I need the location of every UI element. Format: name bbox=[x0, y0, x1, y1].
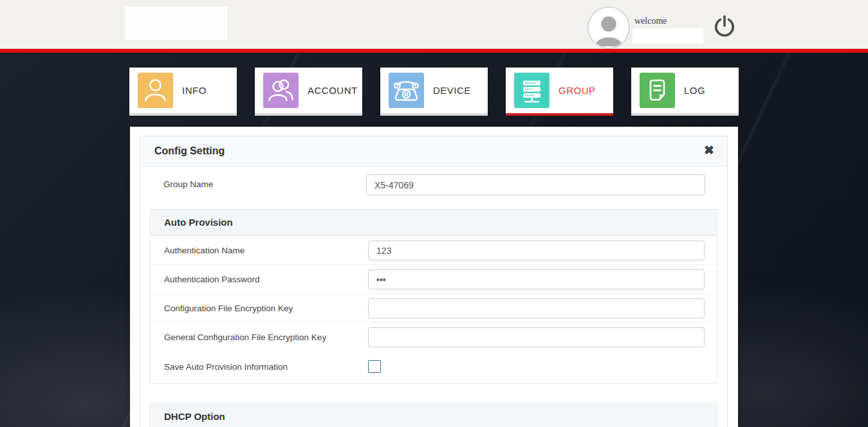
telephone-icon bbox=[389, 73, 424, 108]
user-avatar[interactable] bbox=[587, 6, 630, 49]
panel-title: Config Setting bbox=[154, 145, 225, 157]
tab-account[interactable]: ACCOUNT bbox=[255, 68, 362, 116]
config-file-key-row: Configuration File Encryption Key bbox=[151, 293, 717, 322]
server-icon bbox=[514, 73, 549, 108]
tab-log[interactable]: LOG bbox=[631, 68, 739, 116]
top-header-bar: welcome bbox=[0, 0, 868, 49]
logout-power-button[interactable] bbox=[712, 14, 737, 40]
authentication-password-input[interactable] bbox=[368, 269, 705, 289]
tab-label: INFO bbox=[182, 85, 207, 96]
document-icon bbox=[640, 73, 675, 108]
tab-group[interactable]: GROUP bbox=[506, 68, 613, 116]
tab-label: GROUP bbox=[559, 85, 596, 96]
authentication-name-label: Authentication Name bbox=[164, 246, 245, 255]
group-name-row: Group Name bbox=[140, 167, 727, 203]
section-header: Auto Provision bbox=[151, 210, 717, 235]
tab-device[interactable]: DEVICE bbox=[380, 68, 488, 116]
content-area: Config Setting ✖ Group Name Auto Provisi… bbox=[130, 127, 738, 427]
authentication-password-label: Authentication Password bbox=[164, 275, 260, 284]
dhcp-option-title: DHCP Option bbox=[164, 411, 225, 422]
users-icon bbox=[263, 73, 299, 108]
username-text bbox=[633, 28, 703, 44]
config-file-key-label: Configuration File Encryption Key bbox=[164, 304, 293, 313]
general-config-file-key-label: General Configuration File Encryption Ke… bbox=[164, 332, 326, 342]
dhcp-option-section: DHCP Option bbox=[150, 403, 717, 427]
general-config-file-key-row: General Configuration File Encryption Ke… bbox=[151, 322, 717, 351]
authentication-password-row: Authentication Password bbox=[151, 264, 717, 293]
app-logo bbox=[125, 6, 227, 40]
group-name-label: Group Name bbox=[163, 179, 213, 189]
accent-red-bar bbox=[0, 49, 868, 53]
section-header: DHCP Option bbox=[151, 404, 717, 427]
person-silhouette-icon bbox=[589, 8, 629, 48]
auto-provision-section: Auto Provision Authentication Name Authe… bbox=[150, 209, 717, 384]
authentication-name-input[interactable] bbox=[368, 241, 705, 260]
tab-label: ACCOUNT bbox=[308, 85, 358, 96]
config-file-key-input[interactable] bbox=[368, 298, 705, 318]
tab-label: LOG bbox=[684, 85, 705, 96]
section-gap bbox=[140, 384, 727, 397]
general-config-file-key-input[interactable] bbox=[368, 327, 705, 347]
welcome-text: welcome bbox=[634, 16, 667, 26]
group-name-input[interactable] bbox=[366, 174, 705, 195]
auto-provision-title: Auto Provision bbox=[164, 217, 233, 228]
authentication-name-row: Authentication Name bbox=[151, 235, 717, 264]
config-setting-panel: Config Setting ✖ Group Name Auto Provisi… bbox=[140, 136, 728, 427]
tab-info[interactable]: INFO bbox=[129, 68, 237, 116]
power-icon bbox=[712, 14, 737, 40]
save-auto-provision-row: Save Auto Provision Information bbox=[151, 351, 717, 383]
save-auto-provision-label: Save Auto Provision Information bbox=[164, 362, 288, 372]
close-icon[interactable]: ✖ bbox=[704, 144, 714, 156]
user-icon bbox=[138, 73, 173, 108]
panel-header: Config Setting ✖ bbox=[140, 136, 727, 167]
save-auto-provision-checkbox[interactable] bbox=[368, 360, 381, 373]
tab-label: DEVICE bbox=[433, 85, 471, 96]
